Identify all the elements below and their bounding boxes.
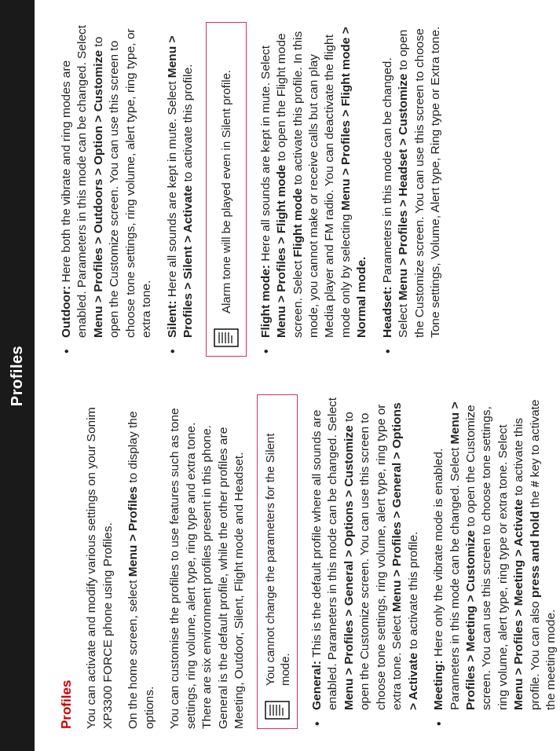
label: Headset: [380, 287, 393, 338]
sidebar-title: Profiles [9, 345, 27, 405]
customise-para: You can customise the profiles to use fe… [167, 394, 247, 729]
note-box-silent: You cannot change the parameters for the… [257, 394, 298, 729]
text: to activate this profile. [406, 532, 419, 653]
note-text: You cannot change the parameters for the… [262, 401, 292, 686]
bullet-outdoor: Outdoor: Here both the vibrate and ring … [58, 22, 155, 357]
menu-path: Menu > Profiles > Headset > Customize [396, 74, 409, 301]
menu-path: Menu > Profiles [126, 486, 139, 577]
bold: press and hold [528, 511, 541, 598]
bullet-meeting: Meeting: Here only the vibrate mode is e… [430, 394, 559, 729]
left-column: Profiles You can activate and modify var… [58, 394, 560, 729]
right-column: Outdoor: Here both the vibrate and ring … [58, 22, 560, 357]
note-text: Alarm tone will be played even in Silent… [218, 70, 233, 313]
label: Meeting: [431, 660, 445, 710]
menu-path: Menu > Profiles > Outdoors > Option > Cu… [91, 50, 104, 338]
menu-path: Menu > Profiles > General > Options > Cu… [342, 425, 355, 710]
note-icon [262, 694, 292, 724]
label: Silent: [165, 301, 178, 338]
text: Here all sounds are kept in mute. Select [258, 46, 272, 265]
text: the [528, 488, 541, 511]
bullet-headset: Headset: Parameters in this mode can be … [379, 22, 444, 357]
text: to activate this profile. [181, 64, 194, 185]
text: Here all sounds are kept in mute. Select [165, 78, 178, 300]
bold: # [528, 481, 541, 488]
intro-2: On the home screen, select Menu > Profil… [125, 394, 157, 729]
bold: Flight mode [291, 189, 304, 258]
svg-rect-0 [265, 702, 289, 719]
text: On the home screen, select [126, 577, 139, 729]
label: Outdoor: [59, 286, 72, 338]
sidebar: Profiles [0, 0, 35, 751]
label: Flight mode: [258, 265, 272, 338]
svg-rect-6 [214, 329, 238, 346]
menu-path: Menu > Profiles > Flight mode [274, 165, 287, 338]
page-content: Profiles You can activate and modify var… [35, 0, 560, 751]
menu-path: Menu > Profiles > Meeting > Activate [511, 499, 525, 710]
bullet-flight: Flight mode: Here all sounds are kept in… [258, 22, 370, 357]
note-icon [211, 321, 241, 351]
heading-profiles: Profiles [58, 394, 75, 729]
label: General: [309, 661, 323, 710]
bullet-silent: Silent: Here all sounds are kept in mute… [164, 22, 196, 357]
note-box-alarm: Alarm tone will be played even in Silent… [206, 22, 247, 357]
bullet-general: General: This is the default profile whe… [309, 394, 421, 729]
intro-1: You can activate and modify various sett… [83, 394, 115, 729]
